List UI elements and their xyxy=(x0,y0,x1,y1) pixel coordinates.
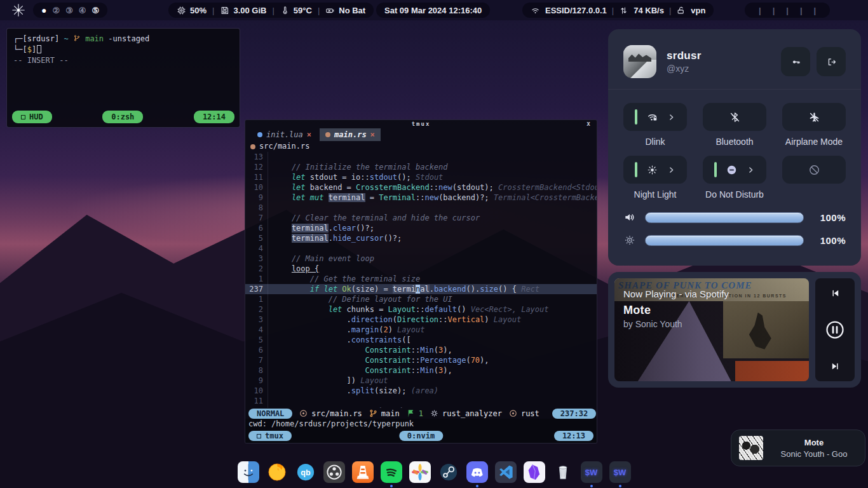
essid: ESSID/127.0.0.1 xyxy=(545,6,607,15)
tmux-window-title: tmux x xyxy=(245,120,597,128)
editor-window[interactable]: tmux x init.lua×main.rs× src/main.rs 131… xyxy=(245,119,597,444)
dock-spotify[interactable] xyxy=(381,461,402,483)
dock-photos[interactable] xyxy=(409,461,431,483)
chevron-right-icon[interactable] xyxy=(667,113,675,121)
dock-sw-2[interactable]: $W xyxy=(609,461,631,483)
dnd-icon xyxy=(726,164,738,176)
logout-button[interactable] xyxy=(817,47,846,76)
active-indicator xyxy=(714,162,717,177)
line-number: 7 xyxy=(245,213,268,223)
workspace-3[interactable]: ③ xyxy=(65,6,73,15)
track-title: Mote xyxy=(623,304,651,317)
lsp-name: rust_analyzer xyxy=(442,410,502,417)
dock-sw-1[interactable]: $W xyxy=(581,461,602,483)
terminal-clock-badge: 12:14 xyxy=(194,111,234,123)
chevron-right-icon[interactable] xyxy=(667,166,675,174)
dock-firefox[interactable] xyxy=(266,461,288,483)
workspace-4[interactable]: ④ xyxy=(79,6,86,15)
code-line: 9]) Layout xyxy=(245,376,597,386)
next-icon xyxy=(831,362,840,371)
tmux-session-badge[interactable]: tmux xyxy=(248,431,292,441)
dock-file-manager[interactable] xyxy=(238,461,259,483)
key-icon xyxy=(791,57,801,67)
cpu-usage: 50% xyxy=(190,6,207,15)
line-number: 1 xyxy=(245,274,268,284)
next-track-button[interactable] xyxy=(831,362,840,371)
dock-trash[interactable] xyxy=(552,461,574,483)
toggle-do-not-disturb[interactable] xyxy=(703,156,766,184)
previous-track-button[interactable] xyxy=(831,288,840,298)
workspace-2[interactable]: ② xyxy=(52,6,60,15)
line-number: 4 xyxy=(245,325,268,335)
lock-keys-button[interactable] xyxy=(781,47,810,76)
brightness-icon xyxy=(623,234,636,247)
hud-session-badge[interactable]: HUD xyxy=(12,111,52,123)
chevron-right-icon[interactable] xyxy=(747,166,755,174)
notification-album-art xyxy=(739,436,763,460)
statusline-file: src/main.rs xyxy=(311,410,362,417)
notification-title: Mote xyxy=(771,438,857,447)
running-indicator xyxy=(390,485,393,487)
toggle-airplane-mode[interactable] xyxy=(782,103,846,131)
line-number: 3 xyxy=(245,254,268,264)
workspace-1[interactable]: ● xyxy=(41,6,46,15)
dock-steam[interactable] xyxy=(438,461,459,483)
dock-vscode[interactable] xyxy=(495,461,517,483)
track-artist: by Sonic Youth xyxy=(623,319,682,329)
close-window-button[interactable]: x xyxy=(587,121,592,127)
rust-icon xyxy=(299,409,308,418)
line-number: 6 xyxy=(245,223,268,233)
tmux-window-badge[interactable]: 0:nvim xyxy=(399,431,443,441)
code-area[interactable]: 1312// Initialize the terminal backend11… xyxy=(245,152,597,408)
brightness-slider[interactable] xyxy=(645,235,804,246)
logout-icon xyxy=(827,57,836,67)
line-number: 6 xyxy=(245,345,268,355)
line-number: 5 xyxy=(245,335,268,345)
line-number: 237 xyxy=(245,284,268,294)
toggle-blocked[interactable] xyxy=(782,156,846,184)
toggle-label: Night Light xyxy=(634,189,677,200)
airplane-off-icon xyxy=(808,111,820,123)
active-indicator xyxy=(635,109,637,125)
tab-init.lua[interactable]: init.lua× xyxy=(252,128,317,141)
workspace-5[interactable]: ⑤ xyxy=(92,6,99,15)
close-tab-button[interactable]: × xyxy=(307,128,311,141)
close-tab-button[interactable]: × xyxy=(370,128,375,141)
previous-icon xyxy=(831,288,840,298)
battery-status: No Bat xyxy=(339,6,365,15)
code-line: 1// Define layout for the UI xyxy=(245,294,597,304)
compass-star-icon[interactable] xyxy=(11,3,25,17)
terminal-window[interactable]: ┌─[srdusr] ~ main -unstaged└─[$]-- INSER… xyxy=(6,28,240,128)
tab-main.rs[interactable]: main.rs× xyxy=(320,128,381,141)
code-line: 13 xyxy=(245,152,597,162)
line-number: 9 xyxy=(245,376,268,386)
dock-discord[interactable] xyxy=(466,461,488,483)
toggle-night-light[interactable] xyxy=(623,156,687,184)
dock-qbittorrent[interactable]: qb xyxy=(295,461,316,483)
line-number: 7 xyxy=(245,355,268,365)
code-line: 1// Get the terminal size xyxy=(245,274,597,284)
toggle-dlink[interactable] xyxy=(623,103,687,131)
code-line: 8Constraint::Min(3), xyxy=(245,365,597,376)
toggle-label: Do Not Disturb xyxy=(705,189,764,200)
volume-slider[interactable] xyxy=(645,212,804,223)
network-status[interactable]: ESSID/127.0.0.1| 74 KB/s| vpn xyxy=(522,3,714,18)
line-number: 11 xyxy=(245,396,268,406)
code-line: 11 xyxy=(245,396,597,406)
temperature: 59°C xyxy=(294,6,312,15)
code-line: 7Constraint::Percentage(70), xyxy=(245,355,597,365)
system-tray: ||||| xyxy=(745,3,830,18)
toggle-bluetooth[interactable] xyxy=(703,103,766,131)
code-line: 2let chunks = Layout::default() Vec<Rect… xyxy=(245,304,597,315)
clock[interactable]: Sat 09 Mar 2024 12:16:40 xyxy=(376,3,490,18)
dock-obs[interactable] xyxy=(323,461,345,483)
avatar xyxy=(623,45,656,78)
line-number: 2 xyxy=(245,264,268,274)
dock-vlc[interactable] xyxy=(352,461,374,483)
now-playing-label: Now Playing - via Spotify xyxy=(623,288,729,299)
pause-button[interactable] xyxy=(825,320,844,339)
code-line: 11let stdout = io::stdout(); Stdout xyxy=(245,172,597,182)
zsh-window-badge[interactable]: 0:zsh xyxy=(102,111,143,123)
code-line: 2loop { xyxy=(245,264,597,274)
dock-obsidian[interactable] xyxy=(524,461,545,483)
